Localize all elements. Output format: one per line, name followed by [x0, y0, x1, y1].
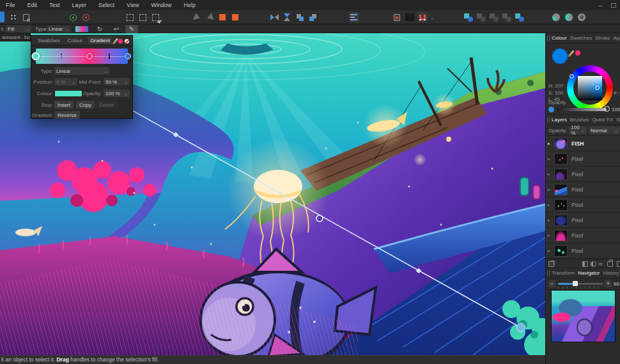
reverse-gradient-icon[interactable]: ↩	[109, 25, 124, 33]
layer-thumbnail[interactable]	[554, 215, 568, 226]
menu-help[interactable]: Help	[183, 2, 196, 8]
layer-thumbnail[interactable]	[554, 230, 568, 241]
alignment-icon[interactable]	[349, 12, 359, 22]
export-persona-icon[interactable]	[21, 12, 31, 22]
layer-thumbnail[interactable]	[554, 199, 568, 211]
expand-arrow-icon[interactable]: ▸	[548, 156, 550, 162]
layer-options-icon[interactable]	[548, 261, 554, 267]
tab-brushes[interactable]: Brushes	[570, 117, 589, 123]
layer-row[interactable]: ▸ Pixel	[546, 151, 620, 167]
expand-arrow-icon[interactable]: ▸	[548, 233, 550, 238]
duplicate-icon[interactable]	[217, 12, 228, 22]
redo-pointer-icon[interactable]	[205, 12, 215, 22]
tab-quick-fx[interactable]: Quick FX	[592, 117, 613, 123]
boolean-add-icon[interactable]	[463, 12, 474, 22]
gradient-mid-tick[interactable]	[61, 54, 62, 59]
snapping-candidates-icon[interactable]	[405, 12, 415, 22]
fill-context-dropdown[interactable]: Fill⌄	[6, 26, 31, 33]
gradient-preview-swatch[interactable]	[75, 26, 88, 32]
hide-rotate-anchor-icon[interactable]	[81, 12, 91, 22]
layer-row[interactable]: ▸ Pixel	[546, 167, 620, 182]
duplicate-linked-icon[interactable]	[230, 12, 240, 22]
expand-arrow-icon[interactable]: ▸	[548, 248, 550, 254]
minimize-button[interactable]: –	[598, 0, 602, 10]
insert-inside-icon[interactable]	[577, 12, 587, 22]
active-tool-indicator[interactable]	[0, 11, 4, 22]
expand-arrow-icon[interactable]: ▸	[548, 172, 550, 177]
layer-row[interactable]: ▸ FISH	[546, 136, 620, 151]
tab-appearance[interactable]: Appearance	[613, 35, 620, 41]
panel-drag-handle[interactable]	[547, 271, 550, 276]
tab-stroke[interactable]: Stroke	[595, 35, 610, 41]
tab-colour[interactable]: Colour	[552, 35, 567, 41]
layer-row[interactable]: ▸ Pixel	[546, 228, 620, 243]
zoom-slider-handle[interactable]	[573, 281, 578, 286]
layer-thumbnail[interactable]	[554, 169, 568, 180]
layer-effects-icon[interactable]: fx	[599, 261, 607, 267]
colour-wheel[interactable]	[567, 65, 613, 111]
current-colour-swatch[interactable]	[552, 49, 568, 64]
menu-layer[interactable]: Layer	[72, 2, 87, 8]
document-tab[interactable]: Iannocent - Sea K	[0, 33, 31, 42]
panel-drag-handle[interactable]	[547, 118, 550, 123]
menu-view[interactable]: View	[127, 2, 139, 8]
snapping-magnet-icon[interactable]	[417, 12, 428, 22]
zoom-out-button[interactable]: −	[548, 280, 555, 287]
insert-stop-button[interactable]: Insert	[54, 101, 74, 109]
tab-transform[interactable]: Transform	[552, 270, 575, 276]
snapping-presets-icon[interactable]	[392, 12, 402, 22]
tab-swatches[interactable]: Swatches	[570, 35, 593, 41]
gradient-end-handle[interactable]	[517, 324, 525, 332]
layers-opacity-field[interactable]: 100 %⌄	[569, 126, 587, 134]
recent-colour-swatch[interactable]	[118, 39, 123, 43]
expand-arrow-icon[interactable]: ▸	[548, 141, 550, 146]
secondary-colour-swatch[interactable]	[575, 50, 580, 56]
tab-layers[interactable]: Layers	[552, 117, 567, 123]
menu-edit[interactable]: Edit	[27, 2, 38, 8]
position-field[interactable]: 0 %⌄	[54, 78, 77, 86]
rotate-gradient-icon[interactable]: ↻	[92, 25, 107, 33]
eyedropper-icon[interactable]	[568, 50, 574, 57]
layer-thumbnail[interactable]	[554, 138, 568, 149]
boolean-combine-icon[interactable]	[515, 12, 525, 22]
boolean-subtract-icon[interactable]	[476, 12, 486, 22]
layer-thumbnail[interactable]	[554, 184, 568, 195]
gradient-mid-tick[interactable]	[109, 54, 110, 59]
mask-layer-icon[interactable]	[582, 261, 588, 267]
node-grid-icon[interactable]	[8, 12, 19, 22]
rotate-anchor-icon[interactable]	[68, 12, 78, 22]
gradient-type-select[interactable]: Linear⌄	[54, 67, 109, 75]
flip-horizontal-icon[interactable]	[269, 12, 279, 22]
layer-row[interactable]: ▸ Pixel	[546, 243, 620, 259]
tab-colour[interactable]: Colour	[66, 37, 85, 44]
opacity-slider-handle[interactable]	[604, 106, 610, 112]
canvas[interactable]: Iannocent - Sea K Swatches Colour Gradie…	[0, 33, 545, 355]
layer-thumbnail[interactable]	[554, 245, 568, 257]
marquee-add-icon[interactable]	[137, 12, 148, 22]
zoom-slider[interactable]	[558, 283, 603, 285]
midpoint-field[interactable]: 50 %⌄	[104, 78, 130, 86]
layer-row[interactable]: ▸ Pixel	[546, 213, 620, 228]
tab-gradient[interactable]: Gradient	[88, 37, 112, 44]
gradient-type-dropdown[interactable]: Linear⌄	[47, 26, 71, 33]
tab-navigator[interactable]: Navigator	[578, 270, 600, 276]
tab-swatches[interactable]: Swatches	[36, 37, 62, 44]
expand-arrow-icon[interactable]: ▸	[548, 187, 550, 192]
navigator-preview[interactable]	[551, 290, 616, 342]
zoom-in-button[interactable]: +	[605, 280, 612, 287]
tab-styles[interactable]: Styles	[616, 117, 620, 123]
expand-arrow-icon[interactable]: ▸	[548, 202, 550, 208]
lock-layer-icon[interactable]	[607, 261, 613, 267]
boolean-divide-icon[interactable]	[502, 12, 512, 22]
menu-text[interactable]: Text	[49, 2, 60, 8]
move-to-front-icon[interactable]	[295, 12, 305, 22]
menu-select[interactable]: Select	[98, 2, 114, 8]
menu-file[interactable]: File	[6, 2, 15, 8]
panel-drag-handle[interactable]	[547, 36, 550, 41]
flip-vertical-icon[interactable]	[282, 12, 292, 22]
layer-thumbnail[interactable]	[554, 153, 568, 165]
adjustment-layer-icon[interactable]	[591, 261, 596, 267]
gradient-stop-end[interactable]	[125, 53, 131, 59]
snapping-dropdown-icon[interactable]: ⌄	[430, 15, 434, 20]
insert-on-top-icon[interactable]	[564, 12, 574, 22]
